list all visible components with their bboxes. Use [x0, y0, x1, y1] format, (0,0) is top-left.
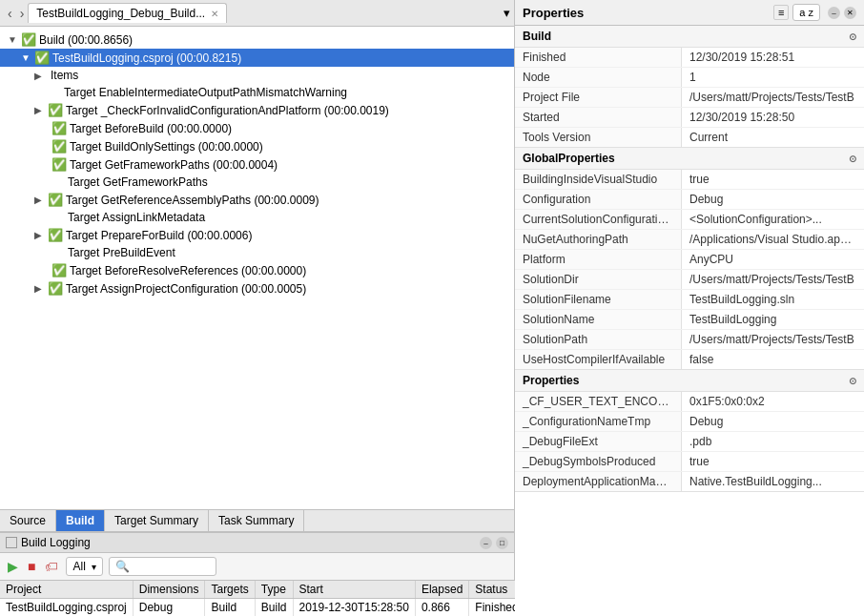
tree-item-label: Build (00:00.8656) — [39, 33, 133, 47]
prop-platform: Platform AnyCPU — [515, 250, 864, 270]
tree-item-label: Target BeforeBuild (00:00.0000) — [70, 122, 232, 135]
section-build-header[interactable]: Build ⊙ — [515, 26, 864, 48]
prop-debug-symbols: _DebugSymbolsProduced true — [515, 452, 864, 472]
prop-value: Debug — [682, 412, 864, 431]
prop-node: Node 1 — [515, 68, 864, 88]
tree-item-pre-build-event[interactable]: Target PreBuildEvent — [0, 244, 514, 261]
prop-value: TestBuildLogging.sln — [682, 290, 864, 309]
tree-item-get-framework-paths[interactable]: ✅ Target GetFrameworkPaths (00:00.0004) — [0, 155, 514, 174]
tab-source[interactable]: Source — [0, 510, 56, 531]
section-build-label: Build — [523, 30, 551, 43]
prop-value: true — [682, 452, 864, 471]
tree-item-check-invalid[interactable]: ▶ ✅ Target _CheckForInvalidConfiguration… — [0, 101, 514, 119]
prop-value: /Applications/Visual Studio.app/C — [682, 230, 864, 249]
prop-building-inside-vs: BuildingInsideVisualStudio true — [515, 170, 864, 190]
expand-arrow: ▶ — [34, 71, 48, 81]
tree-item-label: Target GetFrameworkPaths (00:00.0004) — [70, 158, 278, 172]
expand-arrow: ▶ — [34, 230, 48, 240]
prop-key: SolutionPath — [515, 330, 682, 349]
tab-testbuildlogging[interactable]: TestBuildLogging_Debug_Build... ✕ — [28, 3, 227, 23]
prop-use-host-compiler: UseHostCompilerIfAvailable false — [515, 350, 864, 369]
tab-label: TestBuildLogging_Debug_Build... — [36, 7, 205, 20]
tree-item-build[interactable]: ▼ ✅ Build (00:00.8656) — [0, 31, 514, 49]
build-logging-label: Build Logging — [21, 536, 91, 549]
section-global-props: GlobalProperties ⊙ BuildingInsideVisualS… — [515, 148, 864, 370]
section-properties: Properties ⊙ _CF_USER_TEXT_ENCODING 0x1F… — [515, 370, 864, 492]
tree-item-enable-intermediate[interactable]: Target EnableIntermediateOutputPathMisma… — [0, 84, 514, 101]
prop-key: Project File — [515, 88, 682, 107]
header-win-btns: – ✕ — [828, 7, 856, 19]
log-table: Project Dimensions Targets Type Start El… — [0, 581, 525, 616]
status-icon: ✅ — [34, 51, 50, 65]
section-build-chevron: ⊙ — [849, 31, 856, 42]
prop-key: SolutionDir — [515, 270, 682, 289]
prop-value: false — [682, 350, 864, 369]
tree-item-assign-link[interactable]: Target AssignLinkMetadata — [0, 209, 514, 226]
section-global-props-header[interactable]: GlobalProperties ⊙ — [515, 148, 864, 170]
play-button[interactable]: ▶ — [6, 557, 20, 576]
tab-next-button[interactable]: › — [16, 6, 29, 21]
prop-key: _DebugSymbolsProduced — [515, 452, 682, 471]
prop-cf-user-text: _CF_USER_TEXT_ENCODING 0x1F5:0x0:0x2 — [515, 392, 864, 412]
search-input[interactable] — [134, 560, 210, 573]
sort-icon[interactable]: ≡ — [773, 5, 789, 20]
tree-item-label: Target PreBuildEvent — [68, 246, 175, 259]
stop-button[interactable]: ■ — [26, 557, 37, 576]
clear-button[interactable]: 🏷 — [43, 557, 60, 576]
tab-dropdown-button[interactable]: ▾ — [504, 6, 510, 20]
status-icon: ✅ — [51, 157, 67, 172]
prop-key: SolutionName — [515, 310, 682, 329]
tab-build[interactable]: Build — [56, 510, 105, 531]
tree-item-label: Target _CheckForInvalidConfigurationAndP… — [66, 104, 389, 117]
build-logging-panel: Build Logging – □ ▶ ■ 🏷 All ▾ 🔍 — [0, 532, 514, 616]
tree-item-csproj[interactable]: ▼ ✅ TestBuildLogging.csproj (00:00.8215) — [0, 49, 514, 67]
props-close-button[interactable]: ✕ — [844, 7, 856, 19]
prop-key: Platform — [515, 250, 682, 269]
expand-arrow: ▼ — [21, 52, 34, 63]
tree-item-label: Target BuildOnlySettings (00:00.0000) — [70, 140, 263, 154]
tree-item-get-framework-paths-sub[interactable]: Target GetFrameworkPaths — [0, 174, 514, 191]
build-logging-title: Build Logging — [6, 536, 91, 549]
prop-key: _CF_USER_TEXT_ENCODING — [515, 392, 682, 411]
prop-value: Native.TestBuildLogging... — [682, 472, 864, 491]
table-row[interactable]: TestBuildLogging.csproj Debug Build Buil… — [0, 599, 525, 617]
prop-value: 12/30/2019 15:28:51 — [682, 48, 864, 67]
tree-item-label: Target GetFrameworkPaths — [68, 175, 208, 189]
prop-deployment-app: DeploymentApplicationManife Native.TestB… — [515, 472, 864, 491]
prop-value: true — [682, 170, 864, 189]
prop-solution-filename: SolutionFilename TestBuildLogging.sln — [515, 290, 864, 310]
tab-prev-button[interactable]: ‹ — [4, 6, 16, 21]
props-minimize-button[interactable]: – — [828, 7, 840, 19]
tree-item-prepare-for-build[interactable]: ▶ ✅ Target PrepareForBuild (00:00.0006) — [0, 226, 514, 244]
expand-arrow: ▶ — [34, 195, 48, 205]
cell-elapsed: 0.866 — [415, 599, 468, 617]
prop-finished: Finished 12/30/2019 15:28:51 — [515, 48, 864, 68]
tree-item-items[interactable]: ▶ Items — [0, 67, 514, 84]
tree-item-before-resolve[interactable]: ✅ Target BeforeResolveReferences (00:00.… — [0, 261, 514, 279]
prop-configuration: Configuration Debug — [515, 190, 864, 210]
filter-dropdown[interactable]: All ▾ — [66, 557, 102, 576]
tab-close-icon[interactable]: ✕ — [211, 9, 218, 19]
prop-value: /Users/matt/Projects/Tests/TestB — [682, 88, 864, 107]
build-tree: ▼ ✅ Build (00:00.8656) ▼ ✅ TestBuildLogg… — [0, 27, 514, 509]
prop-key: Node — [515, 68, 682, 87]
expand-button[interactable]: □ — [496, 537, 508, 549]
tree-item-assign-project-config[interactable]: ▶ ✅ Target AssignProjectConfiguration (0… — [0, 279, 514, 298]
prop-key: Finished — [515, 48, 682, 67]
tree-item-get-ref-assembly[interactable]: ▶ ✅ Target GetReferenceAssemblyPaths (00… — [0, 191, 514, 209]
prop-key: Tools Version — [515, 128, 682, 147]
section-properties-header[interactable]: Properties ⊙ — [515, 370, 864, 392]
prop-key: _DebugFileExt — [515, 432, 682, 451]
prop-config-name-tmp: _ConfigurationNameTmp Debug — [515, 412, 864, 432]
tree-item-before-build[interactable]: ✅ Target BeforeBuild (00:00.0000) — [0, 119, 514, 137]
tree-item-build-only-settings[interactable]: ✅ Target BuildOnlySettings (00:00.0000) — [0, 137, 514, 155]
prop-value: .pdb — [682, 432, 864, 451]
left-panel: ‹ › TestBuildLogging_Debug_Build... ✕ ▾ … — [0, 0, 515, 616]
search-box: 🔍 — [109, 557, 216, 576]
minimize-button[interactable]: – — [480, 537, 492, 549]
tab-task-summary[interactable]: Task Summary — [209, 510, 304, 531]
properties-body: Build ⊙ Finished 12/30/2019 15:28:51 Nod… — [515, 26, 864, 616]
tab-target-summary[interactable]: Target Summary — [105, 510, 209, 531]
sort-az-button[interactable]: a z — [792, 4, 820, 21]
properties-title: Properties — [523, 6, 773, 20]
